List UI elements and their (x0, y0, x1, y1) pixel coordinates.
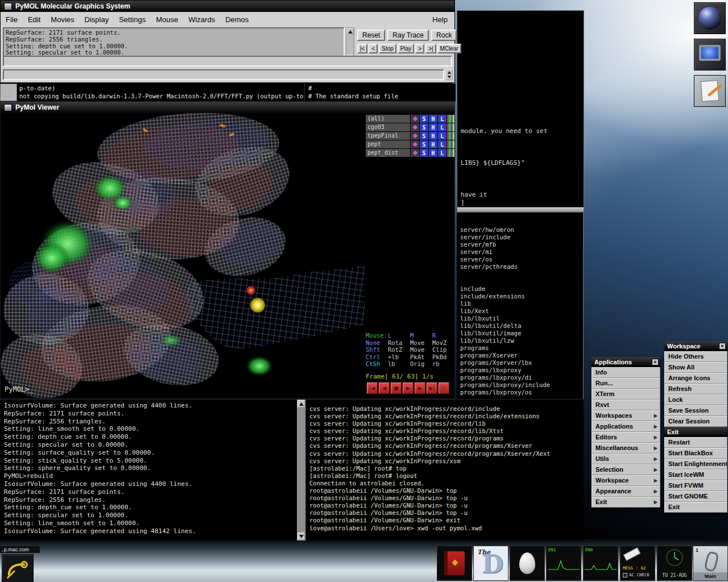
menu-item[interactable]: Start Enlightenment (664, 459, 727, 469)
menu-movies[interactable]: Movies (46, 14, 79, 25)
menu-item[interactable]: Start IceWM (664, 469, 727, 480)
pymol-main-titlebar[interactable]: PyMOL Molecular Graphics System (1, 1, 454, 12)
menu-item[interactable]: Arrange Icons (664, 373, 727, 384)
close-icon[interactable]: × (719, 343, 726, 350)
show-button[interactable]: S (420, 132, 428, 140)
pymol-prompt[interactable]: PyMOL>_ (5, 385, 34, 393)
menu-item[interactable]: Lock (664, 394, 727, 405)
menu-item[interactable]: Workspace ▶ (592, 475, 660, 486)
xterm-build-strip[interactable]: p-to-date)not copying build/lib.darwin-1… (17, 84, 304, 101)
color-swatch[interactable] (447, 115, 454, 123)
menu-item[interactable]: Start FVWM (664, 480, 727, 491)
object-row-pept_dist[interactable]: pept_dist S H L (366, 149, 454, 157)
menu-item[interactable]: Workspaces ▶ (592, 410, 660, 421)
playback-button[interactable]: ◀ (379, 383, 390, 394)
reset-button[interactable]: Reset (357, 30, 385, 41)
command-entry-secondary[interactable] (3, 69, 444, 80)
molecule-3d-canvas[interactable] (1, 113, 365, 398)
object-row-tpepFinal[interactable]: tpepFinal S H L (366, 132, 454, 140)
menu-item[interactable]: Info (592, 367, 660, 378)
color-swatch[interactable] (447, 140, 454, 148)
playback-button[interactable]: ▶ (415, 383, 425, 394)
menu-item[interactable]: Hide Others (664, 351, 727, 362)
label-button[interactable]: L (438, 115, 446, 123)
menu-wizards[interactable]: Wizards (183, 14, 220, 25)
menu-item[interactable]: Clear Session (664, 416, 727, 427)
label-button[interactable]: L (438, 132, 446, 140)
movie-button[interactable]: >| (425, 44, 436, 53)
window-menu-icon[interactable] (4, 104, 12, 111)
action-button[interactable] (411, 140, 419, 148)
hide-button[interactable]: H (429, 123, 437, 131)
menu-settings[interactable]: Settings (114, 14, 151, 25)
playback-button[interactable]: ▶ (403, 383, 413, 394)
menu-item[interactable]: Editors ▶ (592, 432, 660, 443)
movie-button[interactable]: Play (398, 44, 414, 53)
miniwindow-horn[interactable] (2, 554, 34, 582)
menu-item[interactable]: Save Session (664, 405, 727, 416)
menu-display[interactable]: Display (80, 14, 114, 25)
dock-app-sphere[interactable] (694, 2, 726, 34)
object-row-pept[interactable]: pept S H L (366, 140, 454, 148)
menu-item[interactable]: Rxvt (592, 400, 660, 410)
object-row-all[interactable]: (all) S H L (366, 115, 454, 123)
applications-menu-titlebar[interactable]: Applications × (592, 357, 660, 367)
ray-trace-button[interactable]: Ray Trace (387, 30, 429, 41)
playback-button[interactable]: |◀ (367, 383, 378, 394)
playback-button[interactable]: ■ (391, 383, 402, 394)
menu-item[interactable]: Run... (592, 378, 660, 389)
check-box-icon[interactable] (623, 573, 627, 577)
workspace-menu-titlebar[interactable]: Workspace × (664, 341, 727, 351)
xterm-setup-strip[interactable]: ## The standard setup file (304, 84, 456, 101)
close-icon[interactable]: × (652, 359, 659, 365)
playback-button[interactable]: ▽ (439, 383, 449, 394)
show-button[interactable]: S (420, 140, 428, 148)
action-button[interactable] (411, 149, 419, 157)
color-swatch[interactable] (447, 123, 454, 131)
movie-button[interactable]: |< (357, 44, 367, 53)
show-button[interactable]: S (420, 115, 428, 123)
color-swatch[interactable] (447, 132, 454, 140)
color-swatch[interactable] (447, 149, 454, 157)
menu-item[interactable]: Selection ▶ (592, 464, 660, 475)
terminal-scrollbar[interactable] (297, 400, 305, 541)
dockapp-egg[interactable] (510, 546, 545, 581)
dockapp-clock[interactable]: TU 21-AUG (657, 546, 692, 581)
menu-item[interactable]: Utils ▶ (592, 454, 660, 464)
movie-button[interactable]: < (369, 44, 378, 53)
label-button[interactable]: L (438, 123, 446, 131)
exit-menu-titlebar[interactable]: Exit (664, 427, 727, 437)
label-button[interactable]: L (438, 140, 446, 148)
action-button[interactable] (411, 132, 419, 140)
movie-button[interactable]: > (415, 44, 424, 53)
xterm-configure-output[interactable]: module, you need to setLIBS} ${LDFLAGS}"… (457, 10, 584, 207)
label-button[interactable]: L (438, 149, 446, 157)
menu-file[interactable]: File (1, 14, 23, 25)
dockapp-netmon-en0[interactable]: EN0 (583, 546, 618, 581)
object-row-cgo03[interactable]: cgo03 S H L (366, 123, 454, 131)
viewer-titlebar[interactable]: PyMol Viewer (1, 102, 454, 113)
hide-button[interactable]: H (429, 140, 437, 148)
menu-item[interactable]: Refresh (664, 384, 727, 394)
rock-button[interactable]: Rock (431, 30, 457, 41)
show-button[interactable]: S (420, 123, 428, 131)
xterm-cvs-session[interactable]: cvs server: Updating xc/workInProgress/r… (305, 399, 584, 541)
menu-item[interactable]: Applications ▶ (592, 421, 660, 432)
menu-item[interactable]: XTerm (592, 389, 660, 400)
menu-item[interactable]: Appearance ▶ (592, 486, 660, 497)
menu-item[interactable]: Show All (664, 362, 727, 373)
dockapp-workspace-pager[interactable]: 1 Main (693, 546, 728, 581)
dockapp-darwin[interactable]: D The (473, 546, 508, 581)
dock-app-editor[interactable] (694, 75, 726, 107)
menu-item[interactable]: Exit (664, 502, 727, 513)
menu-item[interactable]: Restart (664, 437, 727, 448)
xterm-pymol-log[interactable]: IsosurfVolume: Surface generated using 4… (0, 399, 305, 541)
movie-button[interactable]: MClear (437, 44, 461, 53)
playback-button[interactable]: ▶| (427, 383, 437, 394)
show-button[interactable]: S (420, 149, 428, 157)
hide-button[interactable]: H (429, 149, 437, 157)
action-button[interactable] (411, 123, 419, 131)
menu-edit[interactable]: Edit (23, 14, 46, 25)
menu-item[interactable]: Exit ▶ (592, 497, 660, 508)
xterm-cvs-listing[interactable]: server/hw/omronserver/includeserver/mfbs… (457, 213, 584, 399)
